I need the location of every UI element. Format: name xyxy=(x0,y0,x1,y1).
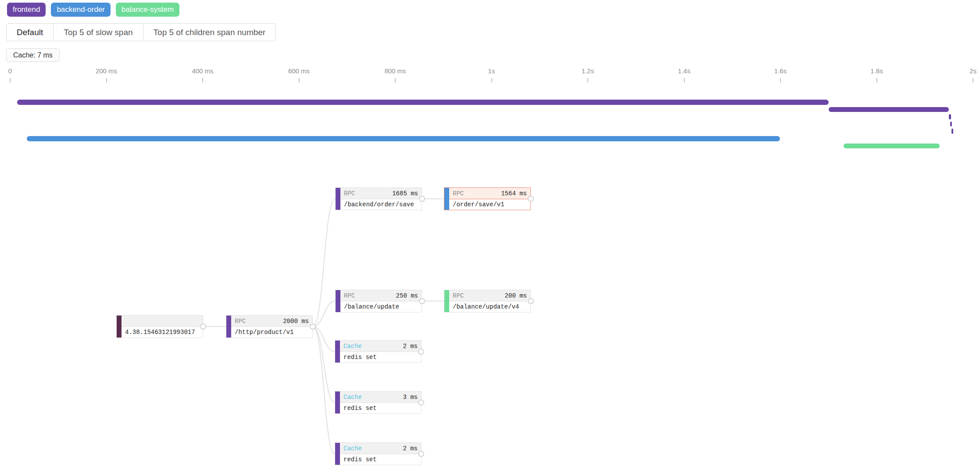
span-node-order-save-v1[interactable]: RPC 1564 ms /order/save/v1 xyxy=(444,187,531,210)
span-endpoint: /backend/order/save xyxy=(340,199,422,210)
service-color-bar xyxy=(444,290,449,312)
service-color-bar xyxy=(336,290,340,312)
span-node-backend-order-save[interactable]: RPC 1685 ms /backend/order/save xyxy=(335,187,422,210)
service-color-bar xyxy=(335,391,340,413)
span-bar--backend-order-save[interactable] xyxy=(17,100,828,105)
trace-viewer: frontend backend-order balance-system De… xyxy=(0,0,980,474)
span-endpoint: /balance/update xyxy=(340,302,422,312)
span-endpoint: redis set xyxy=(340,352,421,363)
span-type: RPC xyxy=(344,190,355,197)
span-node-root[interactable]: 4.38.15463121993017 xyxy=(116,315,203,338)
span-type: RPC xyxy=(344,292,355,299)
span-duration: 2 ms xyxy=(403,343,418,350)
span-node-balance-update-v4[interactable]: RPC 200 ms /balance/update/v4 xyxy=(444,290,531,312)
span-duration: 2 ms xyxy=(403,445,418,452)
span-endpoint: /balance/update/v4 xyxy=(449,302,530,312)
service-color-bar xyxy=(444,188,449,210)
service-color-bar xyxy=(335,443,340,465)
span-type: Cache xyxy=(343,394,362,401)
span-endpoint: /http/product/v1 xyxy=(231,327,312,338)
span-endpoint: 4.38.15463121993017 xyxy=(122,327,203,338)
span-node-redis-set-3[interactable]: Cache 2 ms redis set xyxy=(335,442,422,465)
service-color-bar xyxy=(335,341,340,363)
span-duration: 250 ms xyxy=(396,292,418,299)
span-bar--order-save-v1[interactable] xyxy=(27,136,780,141)
span-endpoint: redis set xyxy=(340,403,421,413)
span-type: Cache xyxy=(343,445,362,452)
service-color-bar xyxy=(336,188,340,210)
span-duration: 3 ms xyxy=(403,394,418,401)
span-bar-redis-set[interactable] xyxy=(950,122,952,127)
span-bar-redis-set[interactable] xyxy=(951,129,954,134)
span-duration: 1564 ms xyxy=(501,190,527,197)
span-bar--balance-update[interactable] xyxy=(829,107,949,112)
span-type: Cache xyxy=(343,343,362,350)
span-type: RPC xyxy=(453,190,464,197)
span-duration: 1685 ms xyxy=(392,190,418,197)
service-color-bar xyxy=(226,316,231,338)
span-node-redis-set-2[interactable]: Cache 3 ms redis set xyxy=(335,391,422,414)
span-node-redis-set-1[interactable]: Cache 2 ms redis set xyxy=(335,340,422,363)
span-duration: 2000 ms xyxy=(283,318,309,325)
span-type: RPC xyxy=(235,318,246,325)
span-bar-redis-set[interactable] xyxy=(949,114,951,119)
span-endpoint: /order/save/v1 xyxy=(449,199,530,210)
service-color-bar xyxy=(117,316,122,338)
span-bars xyxy=(0,0,980,474)
span-bar--balance-update-v4[interactable] xyxy=(844,144,940,149)
span-node-http-product-v1[interactable]: RPC 2000 ms /http/product/v1 xyxy=(226,315,313,338)
span-type: RPC xyxy=(453,292,464,299)
span-node-balance-update[interactable]: RPC 250 ms /balance/update xyxy=(335,290,422,312)
span-duration: 200 ms xyxy=(505,292,527,299)
span-endpoint: redis set xyxy=(340,454,421,465)
